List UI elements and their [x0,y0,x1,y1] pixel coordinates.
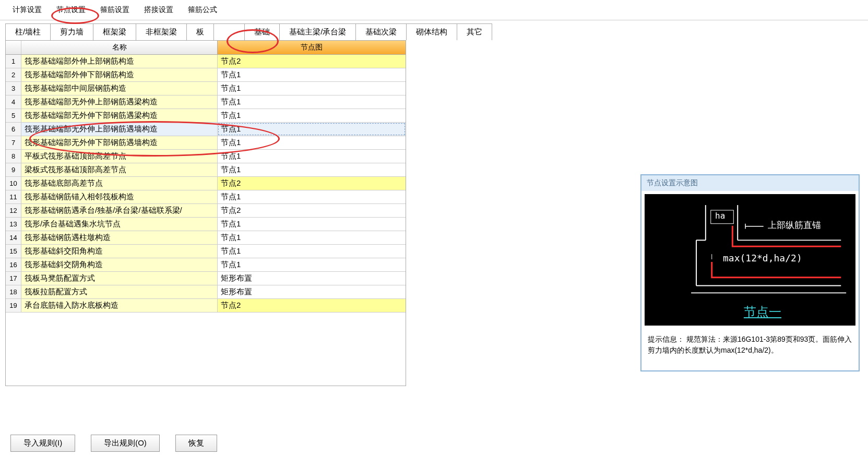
tab-column-wall[interactable]: 柱/墙柱 [5,23,51,40]
node-table: 名称 节点图 1筏形基础端部外伸上部钢筋构造节点22筏形基础端部外伸下部钢筋构造… [5,40,406,386]
menu-lap-settings[interactable]: 搭接设置 [137,2,181,18]
row-name-cell[interactable]: 筏形基础斜交阴角构造 [21,258,218,271]
table-row[interactable]: 5筏形基础端部无外伸下部钢筋遇梁构造节点1 [6,109,406,123]
row-name-cell[interactable]: 筏形基础钢筋锚入相邻筏板构造 [21,190,218,203]
row-number: 2 [6,68,21,81]
table-row[interactable]: 16筏形基础斜交阴角构造节点1 [6,258,406,272]
row-node-cell[interactable]: 节点1 [218,245,406,258]
row-name-cell[interactable]: 筏形基础端部无外伸上部钢筋遇墙构造 [21,123,218,136]
row-name-cell[interactable]: 筏形基础端部外伸下部钢筋构造 [21,68,218,81]
diagram-upper-anchor-label: 上部纵筋直锚 [768,219,821,231]
row-node-cell[interactable]: 矩形布置 [218,272,406,285]
tab-foundation-secondary-beam[interactable]: 基础次梁 [355,23,407,40]
table-row[interactable]: 12筏形基础钢筋遇承台/独基/承台梁/基础联系梁/节点2 [6,204,406,218]
row-number: 8 [6,150,21,163]
row-name-cell[interactable]: 筏形基础端部无外伸下部钢筋遇梁构造 [21,109,218,122]
row-node-cell[interactable]: 节点1 [218,258,406,271]
table-row[interactable]: 3筏形基础端部中间层钢筋构造节点1 [6,82,406,95]
row-node-cell[interactable]: 节点1 [218,218,406,231]
row-node-cell[interactable]: 节点1 [218,68,406,81]
row-node-cell[interactable]: 节点2 [218,299,406,312]
row-name-cell[interactable]: 筏形基础端部无外伸上部钢筋遇梁构造 [21,95,218,109]
row-number: 17 [6,272,21,285]
restore-button[interactable]: 恢复 [175,435,217,452]
row-number: 7 [6,136,21,149]
menu-rebar-settings[interactable]: 箍筋设置 [93,2,137,18]
tab-frame-beam[interactable]: 框架梁 [93,23,136,40]
table-row[interactable]: 19承台底筋锚入防水底板构造节点2 [6,299,406,313]
diagram-ha-label: ha [715,211,725,221]
row-node-cell[interactable]: 节点1 [218,136,406,149]
import-rules-button[interactable]: 导入规则(I) [10,435,75,452]
table-row[interactable]: 15筏形基础斜交阳角构造节点1 [6,245,406,258]
table-blank [6,313,406,386]
table-row[interactable]: 17筏板马凳筋配置方式矩形布置 [6,272,406,285]
row-node-cell[interactable]: 节点1 [218,95,406,109]
row-node-cell[interactable]: 节点1 [218,190,406,203]
table-row[interactable]: 8平板式筏形基础顶部高差节点节点1 [6,150,406,163]
tab-foundation-main-beam[interactable]: 基础主梁/承台梁 [279,23,356,40]
table-row[interactable]: 11筏形基础钢筋锚入相邻筏板构造节点1 [6,190,406,204]
row-node-cell[interactable]: 节点1 [218,123,406,136]
row-name-cell[interactable]: 筏形基础端部无外伸下部钢筋遇墙构造 [21,136,218,149]
tab-masonry[interactable]: 砌体结构 [406,23,457,40]
tabbar: 柱/墙柱 剪力墙 框架梁 非框架梁 板 基础 基础主梁/承台梁 基础次梁 砌体结… [0,20,868,40]
row-node-cell[interactable]: 节点2 [218,177,406,190]
table-row[interactable]: 18筏板拉筋配置方式矩形布置 [6,285,406,299]
tab-non-frame-beam[interactable]: 非框架梁 [136,23,187,40]
tab-other[interactable]: 其它 [457,23,492,40]
row-node-cell[interactable]: 节点1 [218,163,406,176]
table-row[interactable]: 1筏形基础端部外伸上部钢筋构造节点2 [6,55,406,68]
row-node-cell[interactable]: 节点1 [218,150,406,163]
row-name-cell[interactable]: 梁板式筏形基础顶部高差节点 [21,163,218,176]
table-body: 1筏形基础端部外伸上部钢筋构造节点22筏形基础端部外伸下部钢筋构造节点13筏形基… [6,55,406,313]
tab-foundation[interactable]: 基础 [244,23,280,40]
tab-slab[interactable]: 板 [186,23,214,40]
row-name-cell[interactable]: 筏形基础端部外伸上部钢筋构造 [21,55,218,68]
row-name-cell[interactable]: 平板式筏形基础顶部高差节点 [21,150,218,163]
row-name-cell[interactable]: 筏形基础底部高差节点 [21,177,218,190]
table-row[interactable]: 9梁板式筏形基础顶部高差节点节点1 [6,163,406,177]
row-name-cell[interactable]: 筏板马凳筋配置方式 [21,272,218,285]
row-name-cell[interactable]: 筏形基础斜交阳角构造 [21,245,218,258]
bottom-button-bar: 导入规则(I) 导出规则(O) 恢复 [10,435,217,452]
row-number: 13 [6,218,21,231]
row-number: 14 [6,231,21,244]
row-node-cell[interactable]: 节点2 [218,204,406,217]
row-number: 10 [6,177,21,190]
row-node-cell[interactable]: 节点2 [218,55,406,68]
menu-stirrup-formula[interactable]: 箍筋公式 [181,2,224,18]
row-number: 1 [6,55,21,68]
row-number: 6 [6,123,21,136]
diagram-info: 提示信息： 规范算法：来源16G101-3第89页和93页。面筋伸入剪力墙内的长… [641,329,859,370]
row-number: 5 [6,109,21,122]
row-number: 16 [6,258,21,271]
diagram-formula-label: max(12*d,ha/2) [723,253,802,263]
row-number: 4 [6,95,21,109]
row-name-cell[interactable]: 承台底筋锚入防水底板构造 [21,299,218,312]
diagram-panel: 节点设置示意图 [640,174,860,371]
table-row[interactable]: 7筏形基础端部无外伸下部钢筋遇墙构造节点1 [6,136,406,150]
main-window: 计算设置 节点设置 箍筋设置 搭接设置 箍筋公式 柱/墙柱 剪力墙 框架梁 非框… [0,0,868,456]
menubar: 计算设置 节点设置 箍筋设置 搭接设置 箍筋公式 [0,0,868,20]
row-name-cell[interactable]: 筏板拉筋配置方式 [21,285,218,298]
table-row[interactable]: 10筏形基础底部高差节点节点2 [6,177,406,190]
row-node-cell[interactable]: 节点1 [218,82,406,95]
table-row[interactable]: 4筏形基础端部无外伸上部钢筋遇梁构造节点1 [6,95,406,109]
row-name-cell[interactable]: 筏形/承台基础遇集水坑节点 [21,218,218,231]
table-row[interactable]: 13筏形/承台基础遇集水坑节点节点1 [6,218,406,231]
menu-node-settings[interactable]: 节点设置 [49,2,93,18]
row-name-cell[interactable]: 筏形基础端部中间层钢筋构造 [21,82,218,95]
row-name-cell[interactable]: 筏形基础钢筋遇承台/独基/承台梁/基础联系梁/ [21,204,218,217]
table-row[interactable]: 14筏形基础钢筋遇柱墩构造节点1 [6,231,406,245]
row-node-cell[interactable]: 矩形布置 [218,285,406,298]
export-rules-button[interactable]: 导出规则(O) [91,435,160,452]
row-name-cell[interactable]: 筏形基础钢筋遇柱墩构造 [21,231,218,244]
menu-calc-settings[interactable]: 计算设置 [5,2,49,18]
row-node-cell[interactable]: 节点1 [218,109,406,122]
row-number: 15 [6,245,21,258]
row-node-cell[interactable]: 节点1 [218,231,406,244]
table-row[interactable]: 2筏形基础端部外伸下部钢筋构造节点1 [6,68,406,82]
tab-shear-wall[interactable]: 剪力墙 [50,23,93,40]
table-row[interactable]: 6筏形基础端部无外伸上部钢筋遇墙构造节点1 [6,123,406,136]
